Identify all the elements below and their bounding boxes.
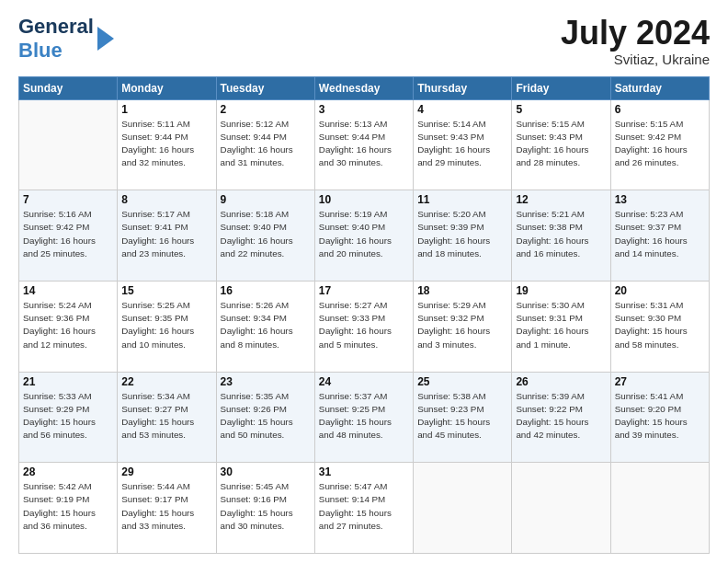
day-info: Sunrise: 5:31 AM Sunset: 9:30 PM Dayligh… xyxy=(615,299,705,351)
logo-general: General xyxy=(18,15,94,38)
day-info: Sunrise: 5:14 AM Sunset: 9:43 PM Dayligh… xyxy=(417,118,507,170)
day-number: 6 xyxy=(615,103,705,116)
day-info: Sunrise: 5:47 AM Sunset: 9:14 PM Dayligh… xyxy=(319,480,409,533)
day-info: Sunrise: 5:12 AM Sunset: 9:44 PM Dayligh… xyxy=(221,118,311,170)
calendar-day-cell: 30Sunrise: 5:45 AM Sunset: 9:16 PM Dayli… xyxy=(216,463,314,554)
day-number: 21 xyxy=(23,375,113,388)
calendar-day-cell: 17Sunrise: 5:27 AM Sunset: 9:33 PM Dayli… xyxy=(314,281,413,372)
day-number: 22 xyxy=(121,375,211,388)
calendar-day-cell: 31Sunrise: 5:47 AM Sunset: 9:14 PM Dayli… xyxy=(314,463,413,554)
day-info: Sunrise: 5:37 AM Sunset: 9:25 PM Dayligh… xyxy=(319,390,409,442)
day-number: 24 xyxy=(319,375,409,388)
col-header-sunday: Sunday xyxy=(19,76,118,99)
calendar-day-cell: 5Sunrise: 5:15 AM Sunset: 9:43 PM Daylig… xyxy=(512,99,610,190)
day-info: Sunrise: 5:30 AM Sunset: 9:31 PM Dayligh… xyxy=(516,299,606,351)
day-info: Sunrise: 5:34 AM Sunset: 9:27 PM Dayligh… xyxy=(121,390,211,442)
day-number: 18 xyxy=(417,284,507,297)
calendar-day-cell xyxy=(610,463,709,554)
logo-arrow-icon xyxy=(97,27,114,51)
day-info: Sunrise: 5:26 AM Sunset: 9:34 PM Dayligh… xyxy=(221,299,311,351)
day-info: Sunrise: 5:11 AM Sunset: 9:44 PM Dayligh… xyxy=(121,118,211,170)
day-info: Sunrise: 5:18 AM Sunset: 9:40 PM Dayligh… xyxy=(221,208,311,260)
calendar-day-cell: 25Sunrise: 5:38 AM Sunset: 9:23 PM Dayli… xyxy=(414,372,512,463)
day-number: 13 xyxy=(615,193,705,206)
day-info: Sunrise: 5:38 AM Sunset: 9:23 PM Dayligh… xyxy=(417,390,507,442)
page: General Blue July 2024 Svitiaz, Ukraine … xyxy=(0,0,728,563)
day-number: 20 xyxy=(615,284,705,297)
calendar-day-cell: 15Sunrise: 5:25 AM Sunset: 9:35 PM Dayli… xyxy=(118,281,216,372)
day-number: 27 xyxy=(615,375,705,388)
day-number: 25 xyxy=(417,375,507,388)
calendar-day-cell: 19Sunrise: 5:30 AM Sunset: 9:31 PM Dayli… xyxy=(512,281,610,372)
calendar-week-row: 7Sunrise: 5:16 AM Sunset: 9:42 PM Daylig… xyxy=(19,190,710,282)
day-info: Sunrise: 5:16 AM Sunset: 9:42 PM Dayligh… xyxy=(23,208,113,260)
calendar-day-cell xyxy=(512,463,610,554)
day-number: 7 xyxy=(23,193,113,206)
logo: General Blue xyxy=(18,15,114,63)
col-header-wednesday: Wednesday xyxy=(314,76,413,99)
day-number: 29 xyxy=(121,465,211,478)
calendar-day-cell: 2Sunrise: 5:12 AM Sunset: 9:44 PM Daylig… xyxy=(216,99,314,190)
day-number: 23 xyxy=(221,375,311,388)
day-info: Sunrise: 5:44 AM Sunset: 9:17 PM Dayligh… xyxy=(121,480,211,533)
day-number: 5 xyxy=(516,103,606,116)
calendar-day-cell: 14Sunrise: 5:24 AM Sunset: 9:36 PM Dayli… xyxy=(19,281,118,372)
calendar-day-cell: 18Sunrise: 5:29 AM Sunset: 9:32 PM Dayli… xyxy=(414,281,512,372)
calendar-day-cell: 10Sunrise: 5:19 AM Sunset: 9:40 PM Dayli… xyxy=(314,190,413,282)
col-header-tuesday: Tuesday xyxy=(216,76,314,99)
day-number: 15 xyxy=(121,284,211,297)
day-info: Sunrise: 5:35 AM Sunset: 9:26 PM Dayligh… xyxy=(221,390,311,442)
calendar-day-cell: 8Sunrise: 5:17 AM Sunset: 9:41 PM Daylig… xyxy=(118,190,216,282)
day-number: 30 xyxy=(221,465,311,478)
calendar-day-cell: 12Sunrise: 5:21 AM Sunset: 9:38 PM Dayli… xyxy=(512,190,610,282)
day-number: 2 xyxy=(221,103,311,116)
day-number: 3 xyxy=(319,103,409,116)
col-header-thursday: Thursday xyxy=(414,76,512,99)
day-number: 8 xyxy=(121,193,211,206)
day-number: 26 xyxy=(516,375,606,388)
col-header-friday: Friday xyxy=(512,76,610,99)
day-info: Sunrise: 5:29 AM Sunset: 9:32 PM Dayligh… xyxy=(417,299,507,351)
day-info: Sunrise: 5:15 AM Sunset: 9:42 PM Dayligh… xyxy=(615,118,705,170)
logo-blue: Blue xyxy=(18,39,63,62)
location-subtitle: Svitiaz, Ukraine xyxy=(561,52,710,67)
calendar-day-cell: 27Sunrise: 5:41 AM Sunset: 9:20 PM Dayli… xyxy=(610,372,709,463)
day-info: Sunrise: 5:17 AM Sunset: 9:41 PM Dayligh… xyxy=(121,208,211,260)
day-number: 14 xyxy=(23,284,113,297)
day-info: Sunrise: 5:19 AM Sunset: 9:40 PM Dayligh… xyxy=(319,208,409,260)
day-info: Sunrise: 5:27 AM Sunset: 9:33 PM Dayligh… xyxy=(319,299,409,351)
header: General Blue July 2024 Svitiaz, Ukraine xyxy=(18,15,710,67)
col-header-monday: Monday xyxy=(118,76,216,99)
day-number: 9 xyxy=(221,193,311,206)
day-info: Sunrise: 5:25 AM Sunset: 9:35 PM Dayligh… xyxy=(121,299,211,351)
calendar-day-cell: 22Sunrise: 5:34 AM Sunset: 9:27 PM Dayli… xyxy=(118,372,216,463)
day-number: 12 xyxy=(516,193,606,206)
calendar-day-cell: 29Sunrise: 5:44 AM Sunset: 9:17 PM Dayli… xyxy=(118,463,216,554)
calendar-day-cell: 28Sunrise: 5:42 AM Sunset: 9:19 PM Dayli… xyxy=(19,463,118,554)
day-number: 31 xyxy=(319,465,409,478)
calendar-day-cell xyxy=(19,99,118,190)
col-header-saturday: Saturday xyxy=(610,76,709,99)
calendar-day-cell: 4Sunrise: 5:14 AM Sunset: 9:43 PM Daylig… xyxy=(414,99,512,190)
day-info: Sunrise: 5:21 AM Sunset: 9:38 PM Dayligh… xyxy=(516,208,606,260)
calendar-header-row: SundayMondayTuesdayWednesdayThursdayFrid… xyxy=(19,76,710,99)
day-info: Sunrise: 5:41 AM Sunset: 9:20 PM Dayligh… xyxy=(615,390,705,442)
calendar-week-row: 21Sunrise: 5:33 AM Sunset: 9:29 PM Dayli… xyxy=(19,372,710,463)
calendar-week-row: 1Sunrise: 5:11 AM Sunset: 9:44 PM Daylig… xyxy=(19,99,710,190)
day-number: 1 xyxy=(121,103,211,116)
day-info: Sunrise: 5:20 AM Sunset: 9:39 PM Dayligh… xyxy=(417,208,507,260)
calendar-table: SundayMondayTuesdayWednesdayThursdayFrid… xyxy=(18,76,710,554)
day-info: Sunrise: 5:45 AM Sunset: 9:16 PM Dayligh… xyxy=(221,480,311,533)
day-number: 10 xyxy=(319,193,409,206)
calendar-day-cell: 3Sunrise: 5:13 AM Sunset: 9:44 PM Daylig… xyxy=(314,99,413,190)
calendar-day-cell: 20Sunrise: 5:31 AM Sunset: 9:30 PM Dayli… xyxy=(610,281,709,372)
day-info: Sunrise: 5:33 AM Sunset: 9:29 PM Dayligh… xyxy=(23,390,113,442)
calendar-day-cell: 13Sunrise: 5:23 AM Sunset: 9:37 PM Dayli… xyxy=(610,190,709,282)
calendar-week-row: 28Sunrise: 5:42 AM Sunset: 9:19 PM Dayli… xyxy=(19,463,710,554)
day-info: Sunrise: 5:13 AM Sunset: 9:44 PM Dayligh… xyxy=(319,118,409,170)
svg-marker-0 xyxy=(97,27,114,51)
day-number: 4 xyxy=(417,103,507,116)
day-info: Sunrise: 5:24 AM Sunset: 9:36 PM Dayligh… xyxy=(23,299,113,351)
calendar-day-cell xyxy=(414,463,512,554)
title-area: July 2024 Svitiaz, Ukraine xyxy=(561,15,710,67)
